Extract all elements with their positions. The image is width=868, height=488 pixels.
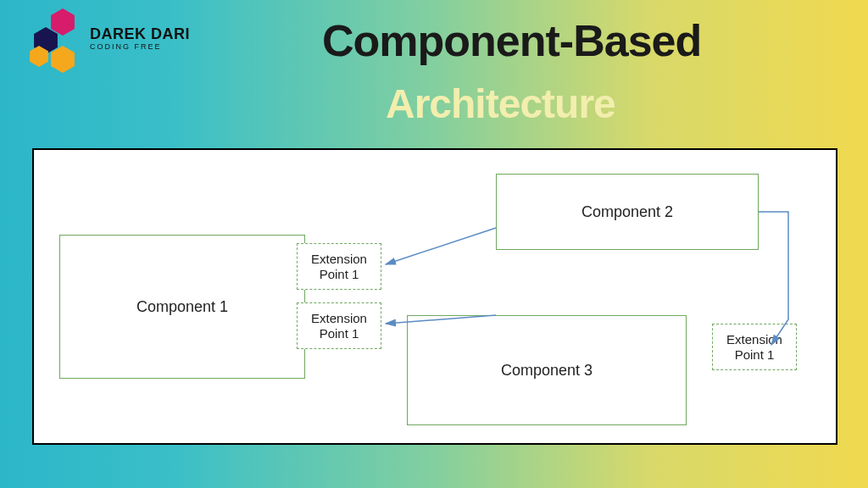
page-subtitle: Architecture xyxy=(386,80,615,127)
extension-point-3: ExtensionPoint 1 xyxy=(712,324,797,370)
page-title: Component-Based xyxy=(322,15,701,66)
component-box-3: Component 3 xyxy=(407,315,687,425)
logo-title: DAREK DARI xyxy=(90,26,190,42)
logo-hexagons xyxy=(25,8,85,68)
component-box-1: Component 1 xyxy=(59,235,305,379)
svg-marker-2 xyxy=(51,46,75,73)
extension-point-2: ExtensionPoint 1 xyxy=(297,302,381,349)
extension-point-1: ExtensionPoint 1 xyxy=(297,243,381,290)
svg-marker-3 xyxy=(30,46,48,67)
svg-line-4 xyxy=(386,228,496,264)
component-box-2: Component 2 xyxy=(496,174,759,250)
logo-subtitle: CODING FREE xyxy=(90,43,190,51)
logo: DAREK DARI CODING FREE xyxy=(25,8,190,68)
architecture-diagram: Component 1 Component 2 Component 3 Exte… xyxy=(32,148,837,445)
logo-text: DAREK DARI CODING FREE xyxy=(90,26,190,51)
